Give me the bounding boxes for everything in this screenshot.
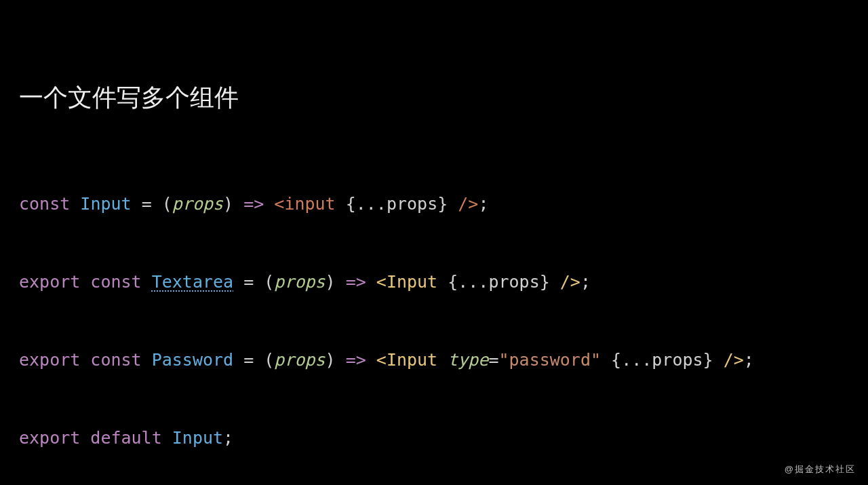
watermark: @掘金技术社区 [785,463,856,476]
code-line-2: export const Textarea = (props) => <Inpu… [19,273,754,290]
slide-title: 一个文件写多个组件 [19,81,239,115]
slide: 一个文件写多个组件 const Input = (props) => <inpu… [0,0,868,485]
code-block: const Input = (props) => <input {...prop… [19,161,754,480]
code-line-1: const Input = (props) => <input {...prop… [19,195,754,212]
code-line-4: export default Input; [19,429,754,446]
code-line-3: export const Password = (props) => <Inpu… [19,351,754,368]
